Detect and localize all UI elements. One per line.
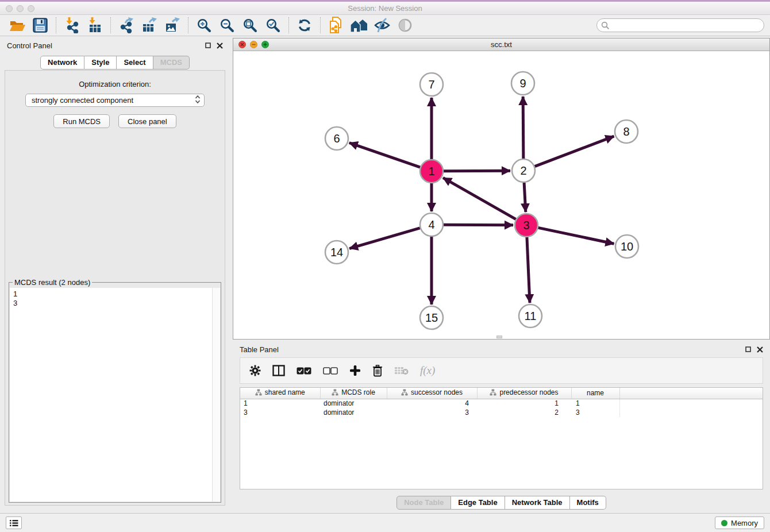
tab-select[interactable]: Select	[117, 56, 153, 70]
status-bar: Memory	[0, 513, 770, 532]
close-panel-icon[interactable]	[217, 43, 223, 49]
cell: 1	[477, 399, 571, 408]
refresh-icon	[298, 18, 311, 32]
graph-node-6[interactable]: 6	[325, 127, 348, 150]
apply-function-button[interactable]: f(x)	[420, 364, 435, 377]
hide-style-button[interactable]	[371, 16, 394, 34]
memory-label: Memory	[731, 519, 758, 527]
import-table-button[interactable]	[83, 16, 106, 34]
table-panel-title: Table Panel	[240, 345, 279, 354]
table-row[interactable]: 1dominator411	[240, 399, 763, 408]
graph-edge-2-8[interactable]	[535, 136, 614, 166]
tab-motifs[interactable]: Motifs	[570, 496, 606, 510]
import-table-icon	[87, 17, 103, 33]
graph-node-2[interactable]: 2	[512, 159, 535, 182]
export-image-button[interactable]	[161, 16, 184, 34]
tab-network[interactable]: Network	[40, 56, 84, 70]
table-settings-button[interactable]	[249, 365, 261, 376]
table-panel-header: Table Panel	[233, 342, 770, 357]
zoom-in-button[interactable]	[192, 16, 215, 34]
unselect-all-columns-button[interactable]	[323, 367, 338, 375]
toolbar-separator	[320, 17, 321, 33]
graph-edge-3-10[interactable]	[538, 228, 614, 244]
network-graph-canvas[interactable]: 7968124314101511	[233, 51, 769, 339]
graph-edge-2-9[interactable]	[523, 97, 523, 159]
graph-node-7[interactable]: 7	[420, 73, 443, 96]
column-header-shared-name[interactable]: shared name	[240, 388, 320, 399]
close-table-panel-icon[interactable]	[757, 346, 763, 353]
import-network-icon	[64, 17, 80, 33]
select-all-columns-button[interactable]	[297, 367, 311, 375]
tab-node-table[interactable]: Node Table	[396, 496, 451, 510]
delete-table-button[interactable]	[394, 366, 409, 375]
home-button[interactable]	[348, 16, 371, 34]
graph-node-14[interactable]: 14	[325, 241, 348, 264]
preview-disabled-icon	[398, 18, 413, 33]
split-columns-icon	[272, 365, 285, 376]
graph-edge-4-3[interactable]	[444, 225, 513, 225]
preview-button[interactable]	[394, 16, 417, 34]
graph-node-3[interactable]: 3	[515, 214, 538, 237]
table-row[interactable]: 3dominator323	[240, 408, 763, 417]
toolbar-separator	[188, 17, 188, 33]
graph-edge-1-6[interactable]	[349, 143, 420, 168]
column-header-MCDS-role[interactable]: MCDS role	[320, 388, 387, 399]
memory-status-icon	[721, 520, 727, 526]
close-panel-button[interactable]: Close panel	[118, 114, 176, 128]
graph-node-15[interactable]: 15	[420, 306, 443, 329]
export-network-button[interactable]	[115, 16, 138, 34]
tab-style[interactable]: Style	[84, 56, 117, 70]
export-table-button[interactable]	[138, 16, 161, 34]
splitter-grip[interactable]	[496, 336, 502, 338]
select-all-icon	[297, 367, 311, 375]
memory-button[interactable]: Memory	[715, 516, 764, 529]
graph-node-1[interactable]: 1	[420, 160, 443, 183]
zoom-out-button[interactable]	[215, 16, 238, 34]
mcds-result-group: MCDS result (2 nodes) 1 3	[9, 282, 221, 503]
control-panel-header: Control Panel	[0, 38, 230, 53]
gear-icon	[249, 365, 261, 376]
open-folder-icon	[9, 18, 25, 32]
graph-node-4[interactable]: 4	[420, 213, 443, 236]
add-row-button[interactable]	[349, 365, 361, 376]
export-table-icon	[141, 17, 157, 33]
zoom-fit-button[interactable]	[238, 16, 261, 34]
tab-mcds[interactable]: MCDS	[153, 56, 190, 70]
float-panel-icon[interactable]	[205, 42, 211, 49]
delete-row-button[interactable]	[372, 365, 383, 377]
column-header-name[interactable]: name	[571, 388, 619, 399]
duplicate-network-button[interactable]	[325, 16, 348, 34]
refresh-button[interactable]	[293, 16, 316, 34]
unselect-all-icon	[323, 367, 338, 375]
graph-edge-2-3[interactable]	[524, 183, 526, 212]
search-input[interactable]	[596, 18, 764, 32]
graph-edge-3-11[interactable]	[527, 237, 530, 303]
graph-edge-1-2[interactable]	[444, 171, 510, 171]
graph-node-9[interactable]: 9	[511, 72, 534, 95]
column-header-predecessor-nodes[interactable]: predecessor nodes	[477, 388, 571, 399]
zoom-selected-button[interactable]	[261, 16, 284, 34]
save-session-button[interactable]	[29, 16, 52, 34]
import-network-button[interactable]	[60, 16, 83, 34]
graph-node-label: 8	[623, 125, 629, 138]
tab-network-table[interactable]: Network Table	[505, 496, 570, 510]
mcds-result-scrollbar[interactable]	[212, 288, 220, 502]
tab-edge-table[interactable]: Edge Table	[451, 496, 505, 510]
graph-edge-3-1[interactable]	[443, 178, 516, 219]
run-mcds-button[interactable]: Run MCDS	[53, 114, 110, 128]
graph-edge-4-14[interactable]	[349, 228, 420, 249]
mcds-result-text[interactable]: 1 3	[10, 288, 212, 502]
search-icon	[601, 21, 610, 30]
delete-table-icon	[394, 366, 409, 375]
network-view-window: scc.txt 7968124314101511	[233, 38, 770, 340]
criterion-select[interactable]: strongly connected component	[25, 94, 205, 107]
toolbar-separator	[56, 17, 56, 33]
open-session-button[interactable]	[6, 16, 29, 34]
column-header-successor-nodes[interactable]: successor nodes	[387, 388, 477, 399]
graph-node-8[interactable]: 8	[615, 120, 638, 143]
graph-node-11[interactable]: 11	[519, 304, 542, 327]
task-history-button[interactable]	[6, 516, 22, 529]
split-columns-button[interactable]	[272, 365, 285, 376]
float-table-panel-icon[interactable]	[745, 346, 752, 353]
graph-node-10[interactable]: 10	[615, 235, 638, 258]
